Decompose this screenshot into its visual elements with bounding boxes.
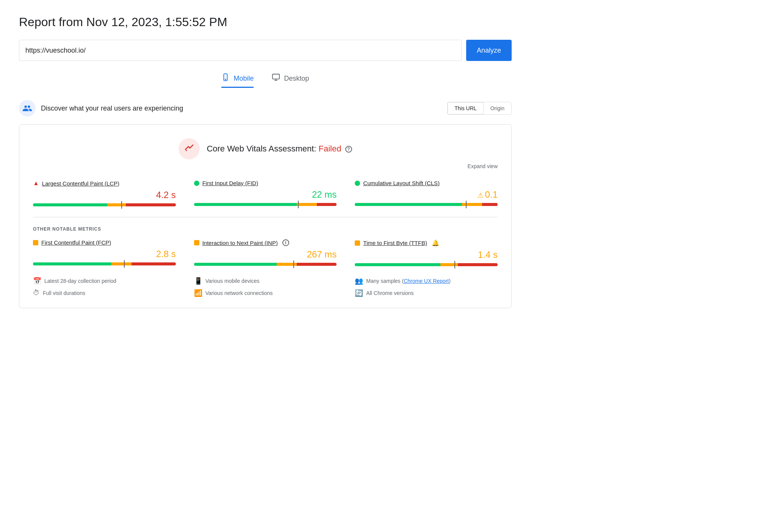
footnote-icon-1-1: 📶 (194, 289, 202, 297)
metric-label-ttfb: Time to First Byte (TTFB) 🔔 (355, 239, 498, 246)
metric-label-cls: Cumulative Layout Shift (CLS) (355, 180, 498, 186)
metric-label-fcp: First Contentful Paint (FCP) (33, 239, 176, 246)
bar-marker (121, 201, 122, 209)
bar-marker-pin (454, 261, 455, 268)
metric-link-lcp[interactable]: Largest Contentful Paint (LCP) (42, 180, 119, 187)
metric-cls: Cumulative Layout Shift (CLS) ⚠0.1 (355, 180, 498, 206)
footnote-icon-0-0: 📅 (33, 277, 41, 285)
metric-link-inp[interactable]: Interaction to Next Paint (INP) (202, 240, 278, 246)
cwv-status: Failed (319, 144, 341, 153)
footnote-col-0: 📅 Latest 28-day collection period ⏱ Full… (33, 277, 176, 297)
metric-link-ttfb[interactable]: Time to First Byte (TTFB) (363, 240, 427, 246)
metric-link-fid[interactable]: First Input Delay (FID) (202, 180, 258, 186)
footnote-item-0-1: ⏱ Full visit durations (33, 289, 176, 297)
metric-value-fid: 22 ms (194, 189, 337, 200)
footnote-item-0-0: 📅 Latest 28-day collection period (33, 277, 176, 285)
core-metrics-grid: ▲ Largest Contentful Paint (LCP) 4.2 s F… (33, 180, 498, 206)
bar-segment-green (33, 262, 111, 265)
metric-value-lcp: 4.2 s (33, 190, 176, 200)
bar-segment-orange (107, 203, 126, 206)
green-dot-icon (194, 181, 199, 186)
bar-segment-red (482, 203, 498, 206)
url-input[interactable] (19, 40, 462, 61)
tab-bar: Mobile Desktop (19, 73, 512, 88)
footnote-text-1-0: Various mobile devices (205, 278, 260, 284)
bar-segment-green (194, 203, 297, 206)
metric-inp: Interaction to Next Paint (INP) i 267 ms (194, 239, 337, 266)
crux-section-header: Discover what your real users are experi… (19, 100, 512, 117)
bar-segment-green (33, 203, 107, 206)
footnote-icon-2-0: 👥 (355, 277, 363, 285)
tab-desktop[interactable]: Desktop (272, 73, 309, 88)
cwv-icon (179, 138, 200, 159)
svg-rect-2 (273, 74, 279, 79)
footnote-text-1-1: Various network connections (205, 290, 273, 296)
footnote-col-1: 📱 Various mobile devices 📶 Various netwo… (194, 277, 337, 297)
footnote-item-1-0: 📱 Various mobile devices (194, 277, 337, 285)
crux-header-left: Discover what your real users are experi… (19, 100, 183, 117)
expand-view-link[interactable]: Expand view (33, 163, 498, 169)
tab-mobile[interactable]: Mobile (221, 73, 254, 88)
cwv-info-icon[interactable]: ? (345, 146, 352, 153)
footnote-text-0-0: Latest 28-day collection period (44, 278, 116, 284)
metric-value-fcp: 2.8 s (33, 249, 176, 259)
url-bar: Analyze (19, 40, 512, 61)
metric-value-cls: ⚠0.1 (355, 189, 498, 200)
red-triangle-icon: ▲ (33, 180, 39, 187)
metric-label-fid: First Input Delay (FID) (194, 180, 337, 186)
other-metrics-label: OTHER NOTABLE METRICS (33, 226, 498, 232)
crux-section-title: Discover what your real users are experi… (41, 105, 183, 112)
bar-segment-red (458, 263, 498, 266)
cwv-title: Core Web Vitals Assessment: Failed ? (207, 144, 352, 154)
bar-marker-pin (124, 260, 125, 268)
bar-marker-pin (121, 201, 122, 209)
metric-ttfb: Time to First Byte (TTFB) 🔔 1.4 s (355, 239, 498, 266)
inp-info-icon[interactable]: i (282, 239, 289, 246)
orange-square-icon (33, 240, 38, 245)
report-title: Report from Nov 12, 2023, 1:55:52 PM (19, 15, 512, 29)
bar-segment-red (317, 203, 337, 206)
bar-marker (466, 201, 467, 208)
tab-desktop-label: Desktop (284, 75, 309, 83)
bar-segment-orange (462, 203, 482, 206)
orange-square-icon (355, 240, 360, 246)
metric-link-cls[interactable]: Cumulative Layout Shift (CLS) (363, 180, 440, 186)
ttfb-badge-icon: 🔔 (432, 239, 439, 246)
metric-bar-ttfb (355, 263, 498, 266)
metric-bar-fid (194, 203, 337, 206)
divider (33, 217, 498, 217)
crux-icon (19, 100, 36, 117)
orange-square-icon (194, 240, 199, 245)
green-dot-icon (355, 181, 360, 186)
footnote-icon-1-0: 📱 (194, 277, 202, 285)
footnote-icon-2-1: 🔄 (355, 289, 363, 297)
origin-button[interactable]: Origin (484, 102, 511, 114)
footnote-text-0-1: Full visit durations (43, 290, 85, 296)
metric-link-fcp[interactable]: First Contentful Paint (FCP) (41, 239, 111, 246)
metric-value-inp: 267 ms (194, 249, 337, 260)
metric-bar-lcp (33, 203, 176, 206)
metric-fid: First Input Delay (FID) 22 ms (194, 180, 337, 206)
metric-label-lcp: ▲ Largest Contentful Paint (LCP) (33, 180, 176, 187)
footnote-text-2-0: Many samples (Chrome UX Report) (366, 278, 451, 284)
cwv-header: Core Web Vitals Assessment: Failed ? (33, 138, 498, 159)
main-card: Core Web Vitals Assessment: Failed ? Exp… (19, 124, 512, 308)
warning-icon: ⚠ (478, 192, 484, 199)
bar-segment-red (297, 263, 337, 266)
bar-marker-pin (293, 261, 294, 268)
bar-marker (124, 260, 125, 268)
svg-line-7 (190, 145, 193, 148)
bar-marker-pin (466, 201, 467, 208)
url-origin-toggle: This URL Origin (447, 102, 512, 115)
metric-value-ttfb: 1.4 s (355, 250, 498, 260)
bar-segment-orange (297, 203, 317, 206)
svg-point-1 (226, 79, 226, 80)
analyze-button[interactable]: Analyze (466, 40, 512, 61)
bar-marker (293, 261, 294, 268)
metric-fcp: First Contentful Paint (FCP) 2.8 s (33, 239, 176, 266)
footnote-icon-0-1: ⏱ (33, 289, 40, 297)
tab-mobile-label: Mobile (233, 75, 254, 83)
crux-link[interactable]: Chrome UX Report (404, 278, 449, 284)
this-url-button[interactable]: This URL (448, 102, 483, 114)
bar-segment-green (194, 263, 277, 266)
